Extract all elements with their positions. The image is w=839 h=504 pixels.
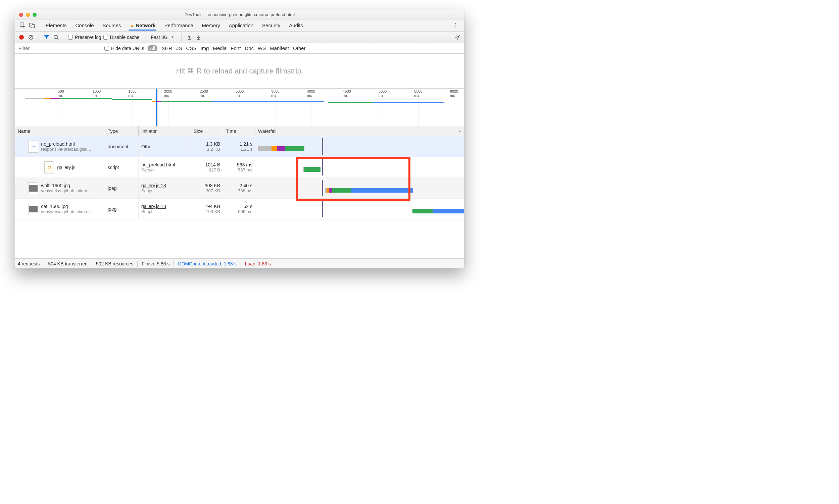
request-name: wolf_1600.jpg (41, 183, 91, 188)
waterfall-segment (326, 188, 329, 193)
cell-time: 1.21 s1.21 s (223, 136, 255, 157)
filter-type-font[interactable]: Font (231, 45, 240, 51)
window-title: DevTools - responsive-preload.glitch.me/… (15, 12, 464, 17)
table-row[interactable]: JSgallery.jsscriptno_preload.htmlParser1… (15, 157, 464, 178)
filter-input[interactable] (15, 43, 101, 53)
disable-cache-checkbox[interactable]: Disable cache (103, 35, 140, 40)
filter-type-media[interactable]: Media (213, 45, 227, 51)
network-toolbar: Preserve log Disable cache Fast 3G ▼ (15, 32, 464, 43)
tab-sources[interactable]: Sources (102, 20, 122, 31)
waterfall-segment (271, 146, 277, 151)
tab-memory[interactable]: Memory (201, 20, 221, 31)
export-har-icon[interactable] (195, 34, 202, 41)
status-resources: 502 KB resources (96, 261, 133, 266)
col-type[interactable]: Type (105, 126, 139, 136)
filter-type-xhr[interactable]: XHR (161, 45, 172, 51)
chevron-down-icon: ▼ (171, 35, 174, 39)
record-button[interactable] (18, 34, 25, 41)
overview-segment (60, 98, 111, 99)
window-controls (19, 13, 37, 17)
waterfall-segment (351, 188, 413, 193)
filter-type-ws[interactable]: WS (258, 45, 266, 51)
cell-time: 2.40 s738 ms (223, 178, 255, 198)
disable-cache-label: Disable cache (110, 35, 140, 40)
cell-waterfall (255, 136, 464, 157)
cell-initiator: Other (139, 136, 191, 157)
filter-type-manifest[interactable]: Manifest (270, 45, 289, 51)
initiator-link[interactable]: no_preload.html (141, 162, 188, 167)
filter-type-css[interactable]: CSS (186, 45, 197, 51)
img-file-icon (28, 182, 38, 194)
load-marker (322, 180, 323, 196)
cell-size: 1014 B827 B (191, 157, 223, 178)
clear-button[interactable] (27, 34, 35, 41)
initiator-link[interactable]: gallery.js:18 (141, 183, 188, 188)
throttling-select[interactable]: Fast 3G ▼ (148, 34, 178, 41)
filter-type-all[interactable]: All (148, 45, 158, 51)
cell-time: 568 ms567 ms (223, 157, 255, 178)
filter-type-doc[interactable]: Doc (245, 45, 254, 51)
col-time[interactable]: Time (223, 126, 255, 136)
tab-security[interactable]: Security (262, 20, 281, 31)
divider (39, 34, 39, 41)
tab-network[interactable]: ▲Network (129, 20, 156, 31)
filmstrip-hint-text: Hit ⌘ R to reload and capture filmstrip. (176, 67, 303, 75)
col-size[interactable]: Size (191, 126, 223, 136)
waterfall-segment (258, 146, 271, 151)
close-window-button[interactable] (19, 13, 23, 17)
device-toolbar-icon[interactable] (29, 22, 36, 29)
table-row[interactable]: cat_1600.jpgyoavweiss.github.io/ima…jpeg… (15, 199, 464, 219)
tab-performance[interactable]: Performance (164, 20, 194, 31)
cell-type: jpeg (105, 199, 139, 219)
svg-line-4 (30, 36, 32, 39)
table-row[interactable]: wolf_1600.jpgyoavweiss.github.io/ima…jpe… (15, 178, 464, 199)
filter-icon[interactable] (43, 34, 50, 41)
tab-audits[interactable]: Audits (288, 20, 304, 31)
preserve-log-label: Preserve log (75, 35, 101, 40)
cell-waterfall (255, 157, 464, 178)
cell-type: script (105, 157, 139, 178)
waterfall-bar (303, 167, 321, 172)
filter-type-js[interactable]: JS (176, 45, 182, 51)
load-marker (322, 138, 323, 155)
search-icon[interactable] (52, 34, 60, 41)
titlebar: DevTools - responsive-preload.glitch.me/… (15, 10, 464, 19)
panel-tabs: ElementsConsoleSources▲NetworkPerformanc… (15, 19, 464, 32)
waterfall-segment (329, 188, 332, 193)
filter-type-img[interactable]: Img (200, 45, 209, 51)
load-marker (322, 159, 323, 176)
filter-bar: Hide data URLs AllXHRJSCSSImgMediaFontDo… (15, 43, 464, 54)
initiator-link[interactable]: gallery.js:18 (141, 204, 188, 209)
tab-console[interactable]: Console (75, 20, 95, 31)
request-domain: yoavweiss.github.io/ima… (41, 188, 91, 193)
col-initiator[interactable]: Initiator (139, 126, 191, 136)
table-header: Name Type Initiator Size Time Waterfall▲ (15, 126, 464, 136)
hide-data-urls-checkbox[interactable]: Hide data URLs (104, 46, 144, 51)
minimize-window-button[interactable] (26, 13, 30, 17)
import-har-icon[interactable] (185, 34, 193, 41)
tab-application[interactable]: Application (228, 20, 254, 31)
initiator-link: Other (141, 144, 188, 149)
settings-icon[interactable] (454, 34, 461, 41)
overview-segment (373, 102, 444, 103)
status-bar: 4 requests 504 KB transferred 502 KB res… (15, 258, 464, 268)
col-waterfall[interactable]: Waterfall▲ (255, 126, 464, 136)
more-options-icon[interactable]: ⋮ (449, 22, 462, 29)
divider (64, 34, 64, 41)
timeline-overview[interactable]: 500 ms1000 ms1500 ms2000 ms2500 ms3000 m… (15, 89, 464, 126)
status-load: Load: 1.83 s (245, 261, 271, 266)
overview-segment (43, 98, 50, 99)
table-row[interactable]: <>no_preload.htmlresponsive-preload.glit… (15, 136, 464, 157)
warning-icon: ▲ (130, 23, 135, 28)
zoom-window-button[interactable] (33, 13, 37, 17)
preserve-log-checkbox[interactable]: Preserve log (68, 35, 101, 40)
inspect-element-icon[interactable] (19, 22, 26, 29)
col-name[interactable]: Name (15, 126, 105, 136)
overview-segment (112, 99, 152, 100)
svg-line-6 (57, 38, 58, 40)
status-transferred: 504 KB transferred (48, 261, 88, 266)
tab-elements[interactable]: Elements (45, 20, 68, 31)
waterfall-segment (332, 188, 351, 193)
filter-type-other[interactable]: Other (293, 45, 306, 51)
status-dcl: DOMContentLoaded: 1.83 s (178, 261, 236, 266)
